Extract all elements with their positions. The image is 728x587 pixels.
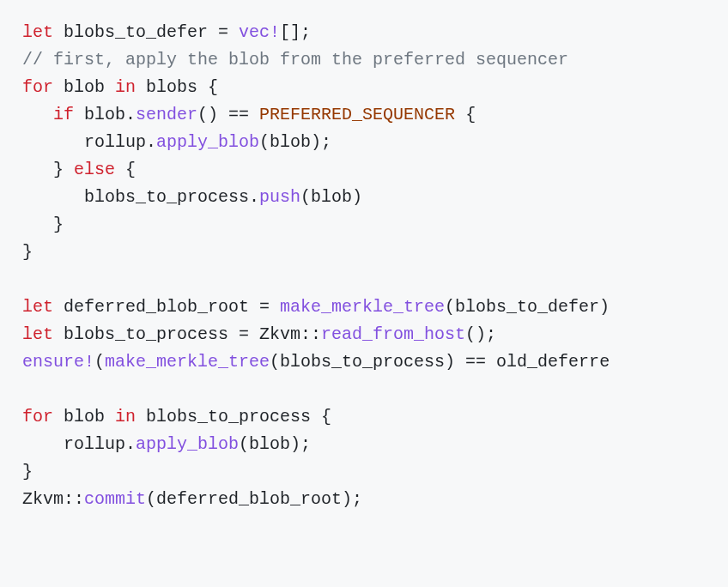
brackets: []; (280, 22, 311, 42)
brace-close: } (22, 462, 33, 481)
line-9 (22, 269, 33, 289)
fn-sender: sender (136, 105, 197, 124)
code-block: let blobs_to_defer = vec![]; // first, a… (0, 0, 728, 532)
args: (blobs_to_defer) (445, 297, 610, 317)
line-17: Zkvm::commit(deferred_blob_root); (22, 489, 362, 509)
brace: { (455, 105, 476, 124)
args: (deferred_blob_root); (146, 489, 362, 509)
kw-for: for (22, 77, 53, 97)
macro-ensure: ensure! (22, 352, 94, 372)
ident: blob (53, 77, 115, 97)
ident: blobs { (136, 77, 218, 97)
line-4: rollup.apply_blob(blob); (22, 132, 331, 152)
indent (22, 187, 84, 207)
fn-push: push (259, 187, 300, 207)
brace-close: } (22, 242, 33, 262)
line-12: ensure!(make_merkle_tree(blobs_to_proces… (22, 352, 610, 372)
line-15: rollup.apply_blob(blob); (22, 434, 311, 454)
indent (22, 105, 53, 124)
line-3: if blob.sender() == PREFERRED_SEQUENCER … (22, 105, 476, 124)
ident: blobs_to_process = Zkvm:: (53, 324, 321, 344)
ident: rollup. (64, 434, 136, 454)
kw-let: let (22, 22, 53, 42)
kw-else: else (74, 160, 115, 179)
line-14: for blob in blobs_to_process { (22, 407, 331, 427)
ident: blob. (74, 105, 136, 124)
ident: blob (53, 407, 115, 427)
blank (22, 269, 33, 289)
macro-vec: vec! (239, 22, 280, 42)
kw-for: for (22, 407, 53, 427)
ident: blobs_to_process. (84, 187, 259, 207)
kw-let: let (22, 297, 53, 317)
ident: deferred_blob_root = (53, 297, 280, 317)
fn-apply-blob: apply_blob (156, 132, 259, 152)
line-1: // first, apply the blob from the prefer… (22, 50, 568, 70)
brace-close: } (22, 215, 64, 234)
kw-if: if (53, 105, 74, 124)
line-8: } (22, 242, 33, 262)
comment: // first, apply the blob from the prefer… (22, 50, 568, 70)
fn-make-merkle-tree: make_merkle_tree (105, 352, 270, 372)
args: (blob); (239, 434, 311, 454)
paren: (); (465, 324, 496, 344)
blank (22, 379, 33, 399)
line-5: } else { (22, 160, 136, 179)
op: () == (197, 105, 259, 124)
line-7: } (22, 215, 64, 234)
indent-brace: } (22, 160, 74, 179)
kw-in: in (115, 407, 136, 427)
ident: blobs_to_defer = (53, 22, 239, 42)
brace: { (115, 160, 136, 179)
fn-commit: commit (84, 489, 146, 509)
line-2: for blob in blobs { (22, 77, 218, 97)
rest: (blobs_to_process) == old_deferre (270, 352, 610, 372)
args: (blob); (259, 132, 331, 152)
kw-let: let (22, 324, 53, 344)
ident: Zkvm:: (22, 489, 84, 509)
line-11: let blobs_to_process = Zkvm::read_from_h… (22, 324, 496, 344)
ident: rollup. (84, 132, 156, 152)
const-preferred-sequencer: PREFERRED_SEQUENCER (259, 105, 455, 124)
line-13 (22, 379, 33, 399)
line-0: let blobs_to_defer = vec![]; (22, 22, 311, 42)
kw-in: in (115, 77, 136, 97)
line-16: } (22, 462, 33, 481)
line-10: let deferred_blob_root = make_merkle_tre… (22, 297, 610, 317)
ident: blobs_to_process { (136, 407, 331, 427)
line-6: blobs_to_process.push(blob) (22, 187, 362, 207)
args: (blob) (300, 187, 362, 207)
fn-read-from-host: read_from_host (321, 324, 465, 344)
indent (22, 434, 64, 454)
paren: ( (94, 352, 105, 372)
fn-apply-blob: apply_blob (136, 434, 239, 454)
fn-make-merkle-tree: make_merkle_tree (280, 297, 445, 317)
indent (22, 132, 84, 152)
